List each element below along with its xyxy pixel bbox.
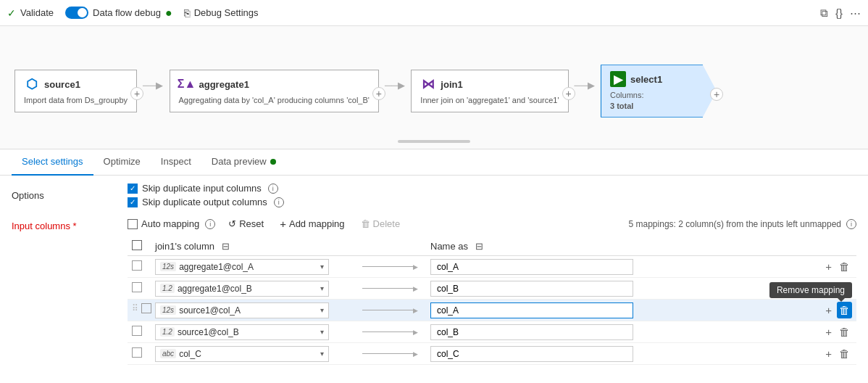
select-icon: ▶ [610, 71, 626, 87]
debug-settings-button[interactable]: ⎘ Debug Settings [184, 7, 259, 19]
row4-source-select[interactable]: 1.2 source1@col_B ▾ [155, 324, 329, 340]
canvas-scrollbar[interactable] [398, 140, 470, 143]
row5-source-name: col_C [179, 349, 201, 359]
settings-icon[interactable]: ⋯ [850, 7, 861, 20]
aggregate1-plus-button[interactable]: + [372, 87, 385, 100]
auto-mapping-info-icon[interactable]: i [205, 219, 215, 229]
row1-add-button[interactable]: + [823, 258, 834, 275]
add-mapping-icon: + [280, 218, 286, 230]
row1-type-badge: 12s [160, 262, 176, 271]
row3-delete-button[interactable]: 🗑 [837, 302, 852, 318]
add-mapping-button[interactable]: + Add mapping [277, 216, 347, 231]
pipeline-canvas: ⬡ source1 Import data from Ds_groupby + … [0, 26, 868, 149]
row4-add-button[interactable]: + [823, 324, 834, 340]
table-row: ⠿ 12s source1@col_A ▾ [128, 300, 856, 321]
row4-delete-button[interactable]: 🗑 [837, 324, 852, 340]
validate-label: Validate [20, 7, 54, 18]
copy-icon[interactable]: ⧉ [820, 7, 828, 20]
row3-drag-handle[interactable]: ⠿ [132, 303, 138, 313]
row5-add-button[interactable]: + [823, 345, 834, 362]
row3-arrow [358, 307, 422, 314]
skip-duplicate-input-row[interactable]: ✓ Skip duplicate input columns i [128, 183, 284, 194]
tab-select-settings[interactable]: Select settings [12, 149, 93, 176]
select1-title: select1 [630, 74, 662, 85]
auto-mapping-checkbox[interactable] [128, 219, 138, 229]
source1-plus-button[interactable]: + [130, 87, 143, 100]
row2-add-button[interactable]: + [823, 280, 834, 297]
row3-source-name: source1@col_A [179, 305, 241, 316]
row1-source-name: aggregate1@col_A [179, 262, 254, 272]
row4-type-badge: 1.2 [160, 327, 175, 337]
debug-toggle-item[interactable]: Data flow debug ● [65, 7, 172, 20]
code-icon[interactable]: {} [835, 7, 843, 19]
skip-duplicate-output-row[interactable]: ✓ Skip duplicate output columns i [128, 197, 284, 207]
source-filter-icon[interactable]: ⊟ [222, 241, 230, 252]
skip-input-info-icon[interactable]: i [268, 184, 278, 194]
data-preview-dot [270, 159, 276, 165]
skip-input-checkbox[interactable]: ✓ [128, 184, 138, 194]
options-label: Options [12, 190, 128, 201]
table-row: abc col_C ▾ + 🗑 [128, 343, 856, 365]
row4-target-input[interactable] [430, 324, 633, 340]
node-aggregate1[interactable]: Σ▲ aggregate1 Aggregating data by 'col_A… [170, 70, 379, 112]
target-filter-icon[interactable]: ⊟ [475, 241, 483, 252]
row3-add-button[interactable]: + [823, 302, 834, 318]
reset-button[interactable]: ↺ Reset [225, 217, 267, 231]
skip-output-checkbox[interactable]: ✓ [128, 197, 138, 207]
select1-plus-button[interactable]: + [710, 88, 723, 101]
row3-source-select[interactable]: 12s source1@col_A ▾ [155, 302, 329, 318]
row3-target-input[interactable] [430, 302, 633, 318]
delete-icon: 🗑 [361, 218, 370, 229]
row2-source-select[interactable]: 1.2 aggregate1@col_B ▾ [155, 281, 329, 297]
tab-inspect[interactable]: Inspect [151, 149, 201, 176]
agg-icon: Σ▲ [179, 76, 195, 92]
node-join1[interactable]: ⋈ join1 Inner join on 'aggregate1' and '… [411, 70, 568, 112]
validate-button[interactable]: ✓ Validate [7, 7, 54, 19]
row3-type-badge: 12s [160, 305, 176, 315]
node-select1[interactable]: ▶ select1 Columns: 3 total + [601, 65, 717, 118]
data-flow-debug-label: Data flow debug [93, 7, 161, 18]
tab-optimize[interactable]: Optimize [93, 149, 151, 176]
debug-toggle[interactable] [65, 7, 88, 19]
mapping-count-info-icon[interactable]: i [846, 219, 856, 229]
row2-target-input[interactable] [430, 281, 633, 297]
toolbar-right: ⧉ {} ⋯ [820, 7, 861, 20]
row1-checkbox[interactable] [132, 260, 142, 271]
row5-delete-button[interactable]: 🗑 [837, 345, 852, 362]
header-actions-col [798, 237, 856, 256]
header-select-all[interactable] [128, 237, 151, 256]
row5-checkbox[interactable] [132, 347, 142, 358]
select-all-checkbox[interactable] [132, 240, 142, 250]
row5-source-select[interactable]: abc col_C ▾ [155, 346, 329, 362]
row1-target-input[interactable] [430, 259, 633, 275]
row2-source-name: aggregate1@col_B [178, 284, 252, 294]
row1-source-select[interactable]: 12s aggregate1@col_A ▾ [155, 259, 329, 275]
options-checks: ✓ Skip duplicate input columns i ✓ Skip … [128, 183, 284, 207]
row3-checkbox[interactable] [141, 303, 151, 313]
tab-data-preview[interactable]: Data preview [201, 149, 286, 176]
row2-delete-button[interactable]: 🗑 [837, 280, 852, 297]
row4-chevron-icon[interactable]: ▾ [320, 328, 324, 336]
table-header-row: join1's column ⊟ Name as ⊟ [128, 237, 856, 256]
delete-button[interactable]: 🗑 Delete [358, 217, 404, 231]
auto-mapping-check[interactable]: Auto mapping i [128, 218, 215, 229]
skip-output-info-icon[interactable]: i [274, 197, 284, 207]
row5-chevron-icon[interactable]: ▾ [320, 350, 324, 358]
row4-checkbox[interactable] [132, 326, 142, 336]
table-row: 1.2 source1@col_B ▾ + 🗑 [128, 321, 856, 343]
row1-arrow [358, 263, 422, 271]
row3-chevron-icon[interactable]: ▾ [320, 306, 324, 314]
row2-checkbox[interactable] [132, 282, 142, 292]
row5-target-input[interactable] [430, 346, 633, 362]
table-row: 12s aggregate1@col_A ▾ + 🗑 [128, 256, 856, 278]
aggregate1-subtitle: Aggregating data by 'col_A' producing co… [179, 95, 370, 105]
table-row: 1.2 aggregate1@col_B ▾ + 🗑 [128, 278, 856, 300]
join1-plus-button[interactable]: + [562, 87, 575, 100]
join-icon: ⋈ [420, 76, 436, 92]
row1-chevron-icon[interactable]: ▾ [320, 263, 324, 271]
row1-delete-button[interactable]: 🗑 [837, 258, 852, 275]
row2-chevron-icon[interactable]: ▾ [320, 284, 324, 292]
header-target-col: Name as ⊟ [426, 237, 798, 256]
node-source1[interactable]: ⬡ source1 Import data from Ds_groupby + [14, 70, 137, 112]
row5-type-badge: abc [160, 349, 176, 358]
